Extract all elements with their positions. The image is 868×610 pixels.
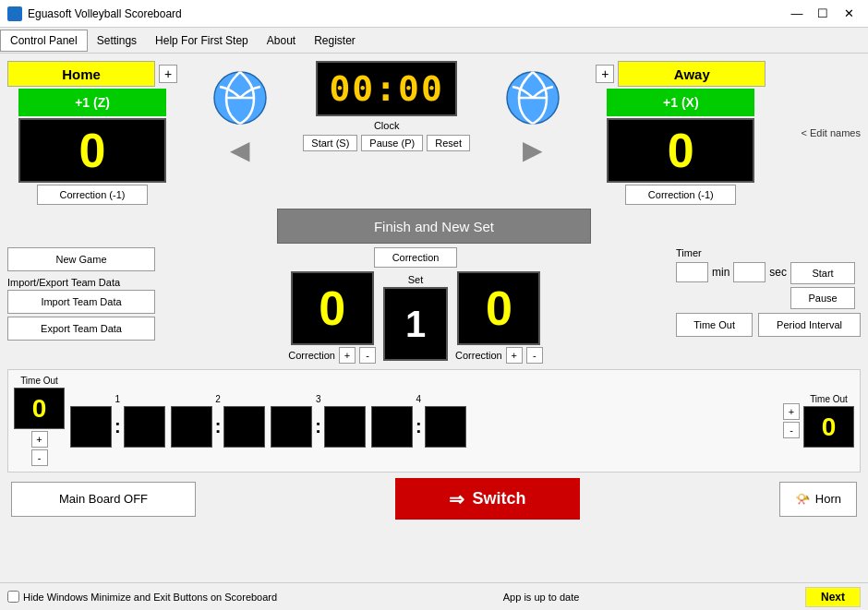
away-set-score: 0 (457, 271, 540, 345)
home-arrow-button[interactable]: ◀ (226, 126, 254, 174)
left-controls: New Game Import/Export Team Data Import … (7, 247, 155, 341)
import-export-label: Import/Export Team Data (7, 277, 155, 288)
home-set-correction-row: Correction + - (288, 347, 376, 364)
home-set-minus-button[interactable]: - (359, 347, 376, 364)
away-name-row: + Away (596, 61, 766, 87)
away-arrow-button[interactable]: ▶ (519, 126, 547, 174)
timer-sec-input[interactable] (733, 262, 766, 282)
set-col-2-scores: : (171, 406, 266, 448)
clock-controls: Start (S) Pause (P) Reset (303, 135, 470, 151)
menu-help[interactable]: Help For First Step (146, 30, 258, 51)
main-board-button[interactable]: Main Board OFF (11, 482, 196, 517)
timer-label: Timer (676, 247, 861, 258)
home-timeout-label: Time Out (20, 376, 58, 386)
menu-register[interactable]: Register (305, 30, 365, 51)
status-bar: Hide Windows Minimize and Exit Buttons o… (0, 582, 868, 610)
set-label: Set (408, 274, 424, 285)
hide-buttons-checkbox[interactable] (7, 591, 19, 603)
home-timeout-pm: + - (31, 431, 48, 466)
period-interval-button[interactable]: Period Interval (758, 313, 861, 337)
away-correction-button[interactable]: Correction (-1) (625, 185, 736, 205)
hide-buttons-checkbox-label[interactable]: Hide Windows Minimize and Exit Buttons o… (7, 591, 277, 603)
hide-buttons-label-text: Hide Windows Minimize and Exit Buttons o… (23, 592, 277, 603)
menu-control-panel[interactable]: Control Panel (0, 30, 88, 52)
set-col-2-label: 2 (215, 394, 221, 404)
clock-label: Clock (374, 120, 400, 131)
maximize-button[interactable]: ☐ (811, 5, 835, 23)
set-col-4-scores: : (371, 406, 466, 448)
menu-bar: Control Panel Settings Help For First St… (0, 28, 868, 54)
set-number-display: 1 (383, 287, 448, 361)
export-team-button[interactable]: Export Team Data (7, 317, 155, 341)
set-col-1-colon: : (115, 416, 121, 437)
timer-sec-label: sec (769, 266, 787, 279)
away-correction-label: Correction (455, 350, 502, 361)
away-timeout-pm: + - (783, 403, 800, 438)
away-set-plus-button[interactable]: + (506, 347, 523, 364)
set4-away-score (425, 406, 466, 448)
away-score-display: 0 (607, 118, 754, 183)
set-col-3: 3 : (271, 394, 366, 448)
set-col-4-label: 4 (416, 394, 422, 404)
set3-home-score (271, 406, 312, 448)
timer-inputs: min sec (676, 262, 787, 282)
timer-min-input[interactable] (676, 262, 708, 282)
away-timeout-side: Time Out 0 (803, 394, 854, 448)
switch-button[interactable]: ⇒ Switch (395, 478, 580, 520)
menu-about[interactable]: About (258, 30, 305, 51)
status-text: App is up to date (503, 592, 580, 603)
home-timeout-score: 0 (14, 388, 65, 429)
timer-pause-button[interactable]: Pause (790, 287, 855, 309)
home-plus-button[interactable]: + (159, 65, 177, 83)
set-col-2: 2 : (171, 394, 266, 448)
horn-label: Horn (815, 492, 841, 506)
set2-away-score (223, 406, 265, 448)
home-set-plus-button[interactable]: + (339, 347, 356, 364)
timer-start-button[interactable]: Start (790, 262, 855, 284)
timeout-button[interactable]: Time Out (676, 313, 753, 337)
away-plus-button[interactable]: + (596, 65, 614, 83)
timer-min-label: min (712, 266, 729, 279)
set-correction-button[interactable]: Correction (374, 247, 457, 268)
finish-set-button[interactable]: Finish and New Set (277, 209, 591, 244)
away-timeout-minus[interactable]: - (783, 422, 800, 438)
set-scores-area: Correction 0 Correction + - Set 1 0 (163, 247, 669, 364)
home-set-score: 0 (291, 271, 374, 345)
away-timeout-plus[interactable]: + (783, 403, 800, 420)
edit-names-link[interactable]: < Edit names (801, 127, 861, 138)
home-correction-button[interactable]: Correction (-1) (37, 185, 148, 205)
set-col-3-colon: : (315, 416, 321, 437)
away-volleyball-icon (505, 70, 561, 126)
set2-home-score (171, 406, 212, 448)
away-set-correction-row: Correction + - (455, 347, 543, 364)
clock-pause-button[interactable]: Pause (P) (361, 135, 423, 151)
import-export-group: Import/Export Team Data Import Team Data… (7, 277, 155, 341)
middle-section: New Game Import/Export Team Data Import … (7, 247, 861, 364)
set1-away-score (124, 406, 165, 448)
main-content: Home + +1 (Z) 0 Correction (-1) ◀ 00 (0, 54, 868, 582)
timer-buttons: Start Pause (790, 262, 855, 309)
close-button[interactable]: ✕ (837, 5, 861, 23)
home-add-score-button[interactable]: +1 (Z) (18, 89, 166, 116)
away-add-score-button[interactable]: +1 (X) (607, 89, 754, 116)
set-col-1: 1 : (70, 394, 165, 448)
home-timeout-plus[interactable]: + (31, 431, 48, 448)
import-team-button[interactable]: Import Team Data (7, 290, 155, 314)
set-score-row: 0 Correction + - Set 1 0 Correction + (288, 271, 543, 364)
clock-start-button[interactable]: Start (S) (303, 135, 357, 151)
timer-row2: Time Out Period Interval (676, 313, 861, 337)
app-icon (7, 6, 22, 21)
home-timeout-side: Time Out 0 + - (14, 376, 65, 466)
away-team-name: Away (618, 61, 766, 87)
set-col-4-colon: : (416, 416, 422, 437)
minimize-button[interactable]: — (785, 5, 809, 23)
menu-settings[interactable]: Settings (88, 30, 146, 51)
new-game-button[interactable]: New Game (7, 247, 155, 271)
away-set-minus-button[interactable]: - (526, 347, 543, 364)
set-number-area: Set 1 (383, 274, 448, 361)
horn-button[interactable]: 📯 Horn (779, 482, 857, 517)
clock-reset-button[interactable]: Reset (427, 135, 470, 151)
next-button[interactable]: Next (805, 587, 861, 607)
home-timeout-minus[interactable]: - (31, 449, 48, 466)
horn-icon: 📯 (795, 492, 810, 506)
